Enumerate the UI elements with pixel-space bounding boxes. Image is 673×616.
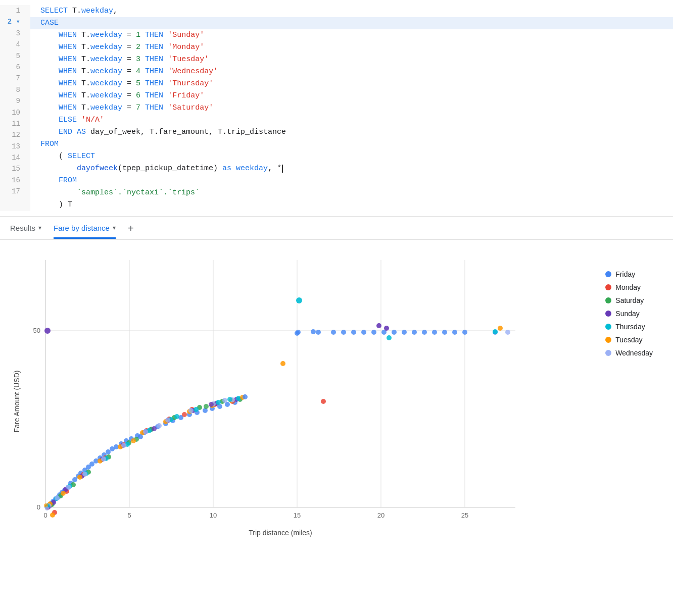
line-num-10: 10 <box>6 107 24 118</box>
svg-text:25: 25 <box>461 511 468 519</box>
data-point <box>194 407 199 412</box>
code-line-8: WHEN T.weekday = 6 THEN 'Friday' <box>40 90 663 102</box>
data-point <box>311 329 316 334</box>
legend-label-friday: Friday <box>615 270 635 278</box>
data-point <box>174 414 179 419</box>
legend-item-monday: Monday <box>605 283 653 291</box>
code-line-5: WHEN T.weekday = 3 THEN 'Tuesday' <box>40 54 663 66</box>
line-num-2: 2 ▾ <box>6 16 24 27</box>
code-line-14: dayofweek(tpep_pickup_datetime) as weekd… <box>40 163 663 175</box>
data-point <box>89 461 94 467</box>
legend-dot-sunday <box>605 311 611 317</box>
svg-text:50: 50 <box>33 327 40 334</box>
code-editor: 1 2 ▾ 3 4 5 6 7 8 9 10 11 12 13 14 15 16… <box>0 0 673 216</box>
data-point <box>101 456 106 461</box>
data-point <box>351 330 356 335</box>
data-point <box>505 330 510 335</box>
code-line-7: WHEN T.weekday = 5 THEN 'Thursday' <box>40 78 663 90</box>
data-point <box>182 412 187 417</box>
data-point <box>55 495 60 500</box>
line-num-5: 5 <box>6 50 24 62</box>
code-line-6: WHEN T.weekday = 4 THEN 'Wednesday' <box>40 66 663 78</box>
code-line-15: FROM <box>40 175 663 187</box>
data-point <box>280 361 285 366</box>
data-point <box>157 423 162 428</box>
data-point <box>44 328 51 334</box>
line-num-15: 15 <box>6 163 24 174</box>
data-point <box>66 485 71 490</box>
tab-results[interactable]: Results ▾ <box>10 224 41 239</box>
code-line-1: SELECT T.weekday, <box>40 5 663 17</box>
legend-label-saturday: Saturday <box>615 296 644 304</box>
line-num-17: 17 <box>6 186 24 197</box>
data-point <box>376 323 381 328</box>
data-point <box>50 512 55 518</box>
legend-label-sunday: Sunday <box>615 310 639 318</box>
code-line-13: ( SELECT <box>40 150 663 163</box>
legend-item-thursday: Thursday <box>605 323 653 331</box>
line-num-8: 8 <box>6 84 24 95</box>
legend-dot-friday <box>605 271 611 277</box>
keyword-select-1: SELECT <box>40 5 68 17</box>
data-point <box>392 330 397 335</box>
data-point <box>227 397 232 402</box>
data-point <box>204 404 209 409</box>
code-line-12: FROM <box>40 138 663 150</box>
data-point <box>106 449 111 454</box>
legend-label-wednesday: Wednesday <box>615 349 653 357</box>
line-num-3: 3 <box>6 28 24 39</box>
data-point <box>331 330 336 335</box>
tab-results-label: Results <box>10 224 35 232</box>
legend-dot-monday <box>605 284 611 290</box>
legend-item-sunday: Sunday <box>605 310 653 318</box>
line-num-14: 14 <box>6 152 24 163</box>
y-axis-label: Fare Amount (USD) <box>13 371 21 433</box>
legend-label-thursday: Thursday <box>615 323 645 331</box>
legend-dot-saturday <box>605 297 611 303</box>
data-point <box>462 330 467 335</box>
data-point <box>165 418 170 423</box>
data-point <box>402 330 407 335</box>
line-num-16: 16 <box>6 175 24 186</box>
data-point <box>82 472 87 477</box>
data-point <box>384 326 389 331</box>
data-point <box>143 429 148 434</box>
data-point <box>412 330 417 335</box>
code-line-16: `samples`.`nyctaxi`.`trips` <box>40 187 663 199</box>
code-line-3: WHEN T.weekday = 1 THEN 'Sunday' <box>40 29 663 41</box>
data-point <box>316 330 321 335</box>
add-tab-button[interactable]: + <box>128 223 134 239</box>
svg-text:15: 15 <box>294 511 301 519</box>
line-num-13: 13 <box>6 141 24 152</box>
data-point <box>61 491 66 496</box>
data-point <box>452 330 457 335</box>
data-point <box>152 426 157 431</box>
legend-item-tuesday: Tuesday <box>605 336 653 344</box>
code-line-2: CASE <box>30 17 673 29</box>
data-point <box>243 394 248 399</box>
code-lines: SELECT T.weekday, CASE WHEN T.weekday = … <box>30 5 673 211</box>
svg-text:10: 10 <box>210 511 217 519</box>
code-editor-section: 1 2 ▾ 3 4 5 6 7 8 9 10 11 12 13 14 15 16… <box>0 0 673 217</box>
legend-dot-wednesday <box>605 350 611 356</box>
data-point <box>442 330 447 335</box>
tab-results-arrow: ▾ <box>38 224 41 231</box>
line-numbers: 1 2 ▾ 3 4 5 6 7 8 9 10 11 12 13 14 15 16… <box>0 5 30 211</box>
data-point <box>387 335 392 340</box>
svg-text:0: 0 <box>43 511 47 519</box>
svg-text:5: 5 <box>127 511 131 519</box>
legend-item-wednesday: Wednesday <box>605 349 653 357</box>
data-point <box>131 438 136 443</box>
tab-fare-arrow: ▾ <box>113 224 116 231</box>
tab-fare-by-distance[interactable]: Fare by distance ▾ <box>54 224 116 239</box>
data-point <box>121 443 126 448</box>
chart-legend: Friday Monday Saturday Sunday Thursday T… <box>590 250 663 548</box>
line-num-1: 1 <box>6 5 24 16</box>
code-line-11: END AS day_of_week, T.fare_amount, T.tri… <box>40 126 663 138</box>
legend-item-friday: Friday <box>605 270 653 278</box>
legend-item-saturday: Saturday <box>605 296 653 304</box>
data-point <box>188 408 194 413</box>
line-num-7: 7 <box>6 73 24 84</box>
data-point <box>296 297 302 303</box>
data-point <box>209 402 214 407</box>
